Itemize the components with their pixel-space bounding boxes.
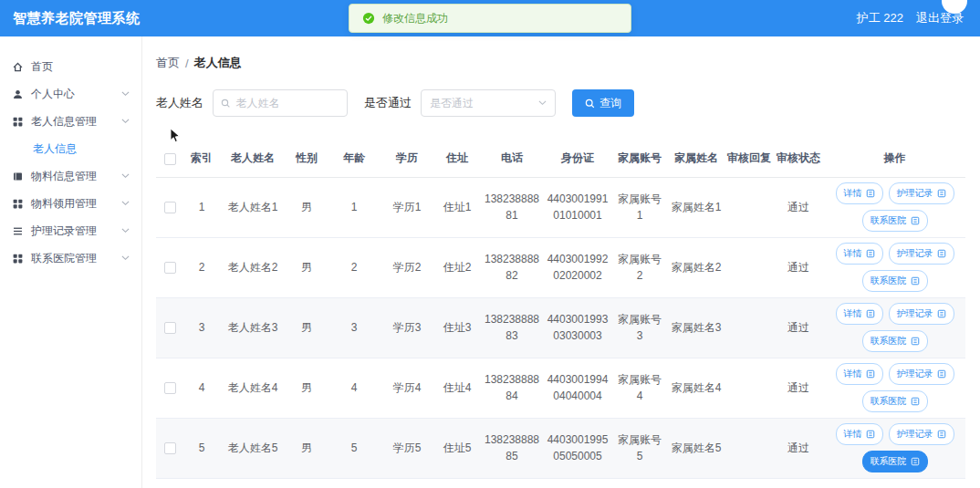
cell-gender: 男 [286, 358, 328, 418]
row-checkbox[interactable] [164, 322, 176, 334]
sidebar-subitem-label: 老人信息 [33, 141, 77, 157]
cell-age: 2 [328, 237, 381, 297]
cell-gender: 男 [286, 177, 328, 237]
cell-name: 老人姓名5 [220, 418, 286, 478]
detail-button[interactable]: 详情 [836, 303, 883, 325]
detail-button[interactable]: 详情 [836, 243, 883, 265]
elder-table: 索引 老人姓名 性别 年龄 学历 住址 电话 身份证 家属账号 家属姓名 审核回… [156, 140, 965, 479]
table-body: 1 老人姓名1 男 1 学历1 住址1 13823888881 44030019… [156, 177, 965, 478]
col-actions: 操作 [824, 140, 965, 177]
cell-actions: 详情 护理记录 联系医院 [824, 358, 965, 418]
home-icon [12, 61, 24, 73]
grid-icon [12, 198, 24, 210]
sidebar-item-contact-hospital-mgmt[interactable]: 联系医院管理 [0, 244, 141, 272]
sidebar-item-label: 物料信息管理 [31, 169, 97, 184]
user-icon [12, 88, 24, 100]
row-checkbox[interactable] [164, 442, 176, 454]
cell-review-reply [725, 297, 773, 358]
contact-hospital-button[interactable]: 联系医院 [862, 210, 928, 232]
contact-hospital-button[interactable]: 联系医院 [862, 330, 928, 352]
sidebar-item-material-request-mgmt[interactable]: 物料领用管理 [0, 190, 141, 217]
form-icon [911, 337, 920, 346]
sidebar-item-label: 老人信息管理 [31, 114, 97, 130]
pass-select[interactable]: 是否通过 [421, 89, 556, 117]
cell-age: 5 [328, 418, 381, 478]
pass-filter-label: 是否通过 [364, 95, 412, 111]
name-search-input[interactable] [235, 97, 339, 109]
col-review-status: 审核状态 [773, 140, 824, 177]
sidebar-item-elder-info-mgmt[interactable]: 老人信息管理 [0, 108, 141, 135]
cell-family-name: 家属姓名3 [667, 297, 725, 358]
col-id-card: 身份证 [543, 140, 612, 177]
name-search-field[interactable] [213, 89, 348, 117]
cell-review-reply [725, 177, 773, 237]
row-checkbox[interactable] [164, 262, 176, 274]
cell-phone: 13823888883 [481, 297, 543, 358]
main-content: 首页 / 老人信息 老人姓名 是否通过 是否通过 查询 索引 老人姓名 性别 [143, 36, 980, 488]
form-icon [937, 189, 946, 198]
sidebar-item-material-info-mgmt[interactable]: 物料信息管理 [0, 162, 141, 190]
detail-button[interactable]: 详情 [836, 363, 883, 385]
cell-address: 住址1 [433, 177, 481, 237]
search-icon [221, 99, 230, 108]
care-record-button[interactable]: 护理记录 [889, 303, 954, 325]
cell-family-account: 家属账号3 [612, 297, 667, 358]
row-checkbox[interactable] [164, 202, 176, 213]
care-record-button[interactable]: 护理记录 [889, 423, 954, 445]
breadcrumb-home[interactable]: 首页 [156, 55, 180, 71]
form-icon [911, 397, 920, 406]
sidebar-subitem-elder-info[interactable]: 老人信息 [0, 135, 141, 162]
cell-id-card: 440300199101010001 [543, 177, 612, 237]
cell-review-reply [725, 358, 773, 418]
chevron-down-icon [121, 255, 130, 260]
cell-age: 4 [328, 358, 381, 418]
care-record-button[interactable]: 护理记录 [889, 243, 954, 265]
cell-review-reply [725, 418, 773, 478]
table-row: 1 老人姓名1 男 1 学历1 住址1 13823888881 44030019… [156, 177, 965, 237]
sidebar-item-home[interactable]: 首页 [0, 53, 141, 80]
detail-button[interactable]: 详情 [836, 182, 883, 204]
detail-button[interactable]: 详情 [836, 423, 883, 445]
cell-review-status: 通过 [773, 418, 824, 478]
search-icon [585, 99, 595, 109]
breadcrumb-current: 老人信息 [194, 55, 242, 71]
pass-select-placeholder: 是否通过 [430, 96, 474, 111]
check-circle-icon [362, 12, 375, 25]
chevron-down-icon [121, 91, 130, 96]
cell-index: 4 [183, 358, 220, 418]
form-icon [866, 249, 875, 258]
cell-education: 学历5 [381, 418, 433, 478]
form-icon [911, 276, 920, 286]
care-record-button[interactable]: 护理记录 [889, 182, 954, 204]
sidebar-item-personal-center[interactable]: 个人中心 [0, 80, 141, 108]
search-button[interactable]: 查询 [572, 89, 634, 117]
cell-family-name: 家属姓名1 [667, 177, 725, 237]
chevron-down-icon [121, 119, 130, 123]
row-checkbox[interactable] [164, 382, 176, 394]
contact-hospital-button[interactable]: 联系医院 [862, 451, 928, 472]
cell-actions: 详情 护理记录 联系医院 [824, 418, 965, 478]
sidebar-item-label: 联系医院管理 [31, 251, 97, 266]
cell-gender: 男 [286, 237, 328, 297]
cell-name: 老人姓名3 [220, 297, 286, 358]
select-all-checkbox[interactable] [164, 153, 176, 165]
care-record-button[interactable]: 护理记录 [889, 363, 954, 385]
sidebar: 首页 个人中心 老人信息管理 老人信息 物料信息管理 物料领用管理 护理记录管理… [0, 36, 142, 488]
contact-hospital-button[interactable]: 联系医院 [862, 390, 928, 412]
cell-education: 学历3 [381, 297, 433, 358]
app-title: 智慧养老院管理系统 [13, 10, 141, 27]
cell-education: 学历4 [381, 358, 433, 418]
table-row: 2 老人姓名2 男 2 学历2 住址2 13823888882 44030019… [156, 237, 965, 297]
cell-address: 住址4 [433, 358, 481, 418]
grid-icon [12, 116, 24, 128]
sidebar-item-label: 护理记录管理 [31, 223, 97, 239]
name-filter-label: 老人姓名 [156, 95, 203, 111]
sidebar-item-care-record-mgmt[interactable]: 护理记录管理 [0, 217, 141, 244]
cell-id-card: 440300199303030003 [543, 297, 612, 358]
col-age: 年龄 [328, 140, 381, 177]
form-icon [866, 430, 875, 439]
col-phone: 电话 [481, 140, 543, 177]
form-icon [911, 457, 920, 466]
contact-hospital-button[interactable]: 联系医院 [862, 270, 928, 292]
cell-family-name: 家属姓名2 [667, 237, 725, 297]
